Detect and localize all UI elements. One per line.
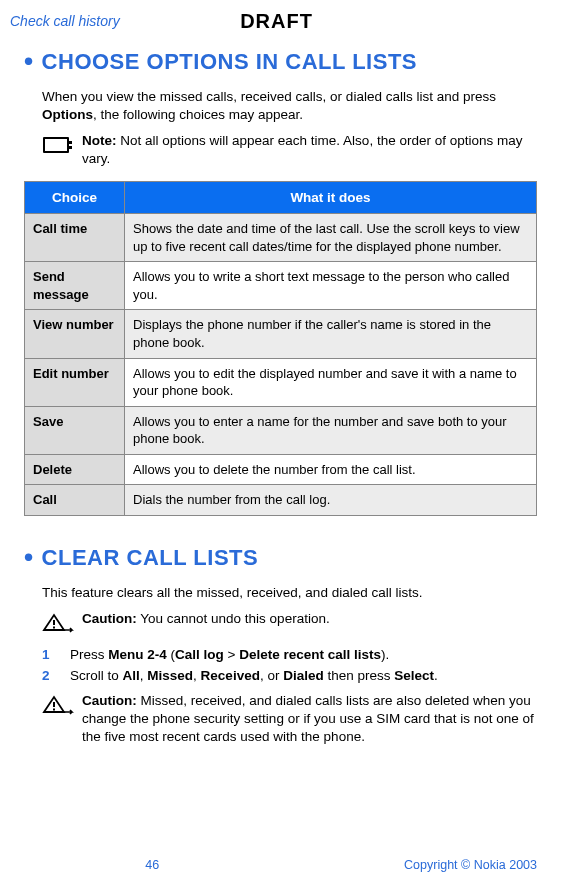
intro-text-pre: When you view the missed calls, received… <box>42 89 496 104</box>
choice-cell: Save <box>25 406 125 454</box>
caution-icon <box>42 610 82 634</box>
desc-cell: Allows you to delete the number from the… <box>125 454 537 485</box>
svg-rect-7 <box>53 708 55 710</box>
step-2: 2 Scroll to All, Missed, Received, or Di… <box>42 667 537 686</box>
table-row: Call time Shows the date and time of the… <box>25 214 537 262</box>
caution-label: Caution: <box>82 693 137 708</box>
table-row: Save Allows you to enter a name for the … <box>25 406 537 454</box>
caution-body: You cannot undo this operation. <box>137 611 330 626</box>
note-block: Note: Not all options will appear each t… <box>0 132 561 168</box>
table-header-desc: What it does <box>125 181 537 214</box>
desc-cell: Allows you to write a short text message… <box>125 262 537 310</box>
caution-body: Missed, received, and dialed calls lists… <box>82 693 534 744</box>
note-body: Not all options will appear each time. A… <box>82 133 522 166</box>
section1-intro: When you view the missed calls, received… <box>0 88 561 124</box>
note-text: Note: Not all options will appear each t… <box>82 132 537 168</box>
table-row: Edit number Allows you to edit the displ… <box>25 358 537 406</box>
draft-watermark: DRAFT <box>188 8 366 34</box>
desc-cell: Allows you to enter a name for the numbe… <box>125 406 537 454</box>
choice-cell: Edit number <box>25 358 125 406</box>
header-breadcrumb: Check call history <box>10 12 188 30</box>
caution-block-2: Caution: Missed, received, and dialed ca… <box>0 692 561 747</box>
svg-rect-2 <box>67 141 72 144</box>
step-body: Scroll to All, Missed, Received, or Dial… <box>70 667 537 686</box>
copyright: Copyright © Nokia 2003 <box>281 857 538 873</box>
section2-intro: This feature clears all the missed, rece… <box>0 584 561 602</box>
step-number: 2 <box>42 667 70 686</box>
caution-text-2: Caution: Missed, received, and dialed ca… <box>82 692 537 747</box>
svg-rect-3 <box>67 146 72 149</box>
step-1: 1 Press Menu 2-4 (Call log > Delete rece… <box>42 646 537 665</box>
caution-icon <box>42 692 82 716</box>
table-row: Delete Allows you to delete the number f… <box>25 454 537 485</box>
caution-label: Caution: <box>82 611 137 626</box>
desc-cell: Displays the phone number if the caller'… <box>125 310 537 358</box>
table-row: Call Dials the number from the call log. <box>25 485 537 516</box>
options-table: Choice What it does Call time Shows the … <box>24 181 537 516</box>
steps-list: 1 Press Menu 2-4 (Call log > Delete rece… <box>0 646 561 686</box>
choice-cell: Call <box>25 485 125 516</box>
page-footer: 46 Copyright © Nokia 2003 <box>0 857 561 873</box>
svg-rect-1 <box>45 139 67 151</box>
table-row: View number Displays the phone number if… <box>25 310 537 358</box>
note-label: Note: <box>82 133 117 148</box>
svg-rect-6 <box>53 702 55 707</box>
table-header-choice: Choice <box>25 181 125 214</box>
choice-cell: Send message <box>25 262 125 310</box>
caution-text-1: Caution: You cannot undo this operation. <box>82 610 537 628</box>
note-icon <box>42 132 82 156</box>
table-row: Send message Allows you to write a short… <box>25 262 537 310</box>
svg-rect-5 <box>53 626 55 628</box>
section-heading-clear-lists: CLEAR CALL LISTS <box>0 534 561 584</box>
choice-cell: Call time <box>25 214 125 262</box>
desc-cell: Dials the number from the call log. <box>125 485 537 516</box>
page-number: 46 <box>24 857 281 873</box>
desc-cell: Allows you to edit the displayed number … <box>125 358 537 406</box>
step-body: Press Menu 2-4 (Call log > Delete recent… <box>70 646 537 665</box>
step-number: 1 <box>42 646 70 665</box>
svg-rect-4 <box>53 620 55 625</box>
choice-cell: View number <box>25 310 125 358</box>
caution-block-1: Caution: You cannot undo this operation. <box>0 610 561 634</box>
desc-cell: Shows the date and time of the last call… <box>125 214 537 262</box>
intro-text-post: , the following choices may appear. <box>93 107 303 122</box>
page-header: Check call history DRAFT <box>0 0 561 38</box>
intro-text-options: Options <box>42 107 93 122</box>
choice-cell: Delete <box>25 454 125 485</box>
section-heading-choose-options: CHOOSE OPTIONS IN CALL LISTS <box>0 38 561 88</box>
